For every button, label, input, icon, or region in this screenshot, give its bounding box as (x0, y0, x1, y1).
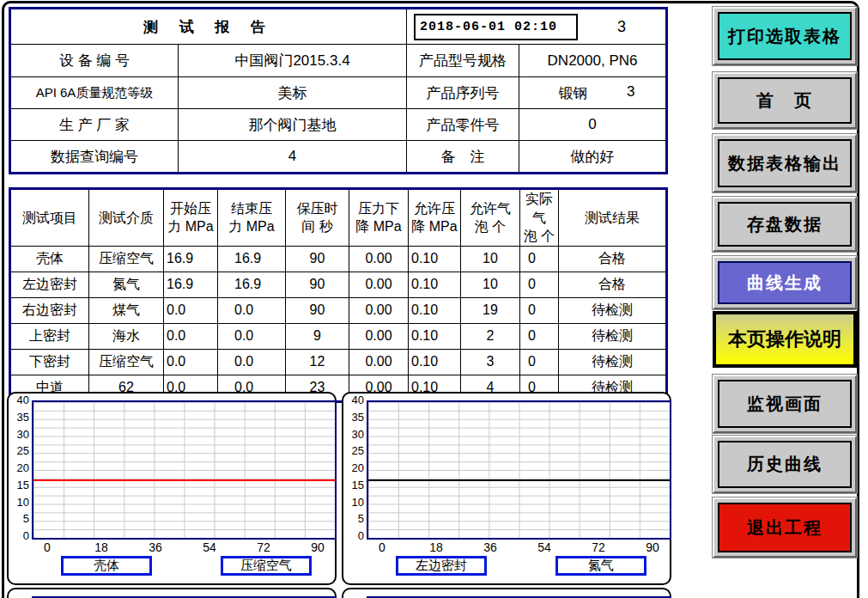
test-medium-tag[interactable]: 压缩空气 (221, 556, 312, 576)
info-row: 设 备 编 号中国阀门2015.3.4产品型号规格DN2000, PN6 (10, 45, 667, 77)
hmi-screen: 测 试 报 告 2018-06-01 02:10 3 设 备 编 号中国阀门20… (0, 0, 868, 598)
x-tick-label: 36 (476, 540, 505, 554)
test-table-cell: 0.0 (164, 297, 218, 323)
datetime-field[interactable]: 2018-06-01 02:10 (414, 14, 578, 40)
test-table-cell: 上密封 (10, 323, 89, 349)
info-label-cell: 生 产 厂 家 (10, 109, 179, 141)
test-table-cell: 0.00 (349, 323, 409, 349)
info-value-text: 锻钢 (519, 83, 627, 103)
y-tick-label: 35 (9, 412, 29, 424)
test-column-header: 测试介质 (89, 189, 164, 247)
test-table-cell: 合格 (559, 272, 667, 297)
test-table-cell: 90 (286, 246, 349, 272)
info-label-cell: API 6A质量规范等级 (10, 77, 179, 109)
info-pair-value: 锻钢3 (519, 83, 665, 103)
x-tick-label: 54 (195, 540, 224, 554)
test-table-cell: 90 (286, 297, 349, 323)
x-tick-label: 72 (249, 540, 278, 554)
info-value-cell: DN2000, PN6 (519, 45, 667, 77)
x-tick-label: 72 (584, 540, 613, 554)
test-table-cell: 0.00 (349, 349, 409, 375)
test-table-cell: 0.10 (409, 323, 461, 349)
test-item-tag[interactable]: 壳体 (61, 556, 152, 576)
print-select-table-button[interactable]: 打印选取表格 (713, 7, 857, 65)
info-value-cell: 4 (179, 141, 407, 174)
test-table-cell: 16.9 (218, 246, 286, 272)
test-table-cell: 合格 (559, 246, 667, 272)
test-table-cell: 壳体 (10, 246, 89, 272)
x-tick-label: 0 (33, 540, 62, 554)
test-table-cell: 压缩空气 (89, 349, 164, 375)
y-tick-label: 0 (9, 530, 29, 542)
test-table-cell: 9 (286, 323, 349, 349)
button-label: 数据表格输出 (718, 139, 852, 187)
y-tick-label: 20 (344, 462, 364, 474)
test-table-cell: 10 (461, 246, 520, 272)
test-table-cell: 0.00 (349, 246, 409, 272)
test-table-cell: 12 (286, 349, 349, 375)
test-table-cell: 90 (286, 272, 349, 297)
test-table-cell: 氮气 (89, 272, 164, 297)
test-item-tag[interactable]: 左边密封 (396, 556, 487, 576)
test-table-cell: 煤气 (89, 297, 164, 323)
monitor-screen-button[interactable]: 监视画面 (713, 375, 857, 433)
page-help-button[interactable]: 本页操作说明 (713, 311, 857, 368)
exit-project-button[interactable]: 退出工程 (713, 497, 857, 558)
info-label-cell: 设 备 编 号 (10, 45, 179, 77)
test-column-header: 实际气泡 个 (520, 189, 559, 247)
test-column-header: 测试结果 (559, 189, 667, 247)
test-table-cell: 0.00 (349, 297, 409, 323)
y-tick-label: 30 (344, 429, 364, 441)
x-tick-label: 0 (367, 540, 397, 554)
test-table-row: 下密封压缩空气0.00.0120.000.1030待检测 (10, 349, 667, 375)
test-table-cell: 0.0 (218, 297, 286, 323)
button-label: 曲线生成 (718, 261, 852, 304)
info-label-cell: 备 注 (407, 141, 519, 174)
plot-area (367, 400, 671, 540)
y-tick-label: 40 (344, 394, 364, 406)
test-column-header: 允许气泡 个 (461, 189, 520, 247)
test-column-header: 测试项目 (10, 189, 89, 247)
curve-generate-button[interactable]: 曲线生成 (713, 256, 857, 309)
test-table-cell: 左边密封 (10, 272, 89, 297)
test-table-cell: 0.00 (349, 272, 409, 297)
info-value-cell: 做的好 (519, 141, 667, 174)
y-tick-label: 20 (9, 462, 29, 474)
x-tick-label: 18 (87, 540, 116, 554)
report-datetime-cell: 2018-06-01 02:10 3 (407, 9, 667, 45)
x-tick-label: 36 (141, 540, 170, 554)
info-value-cell: 锻钢3 (519, 77, 667, 109)
trend-chart-partial-left (7, 588, 337, 598)
test-table-cell: 16.9 (218, 272, 286, 297)
test-table-cell: 0.0 (218, 349, 286, 375)
report-title: 测 试 报 告 (10, 9, 407, 45)
data-table-export-button[interactable]: 数据表格输出 (713, 134, 857, 192)
test-table-cell: 0 (520, 323, 559, 349)
info-row: API 6A质量规范等级美标产品序列号锻钢3 (10, 77, 667, 109)
info-value-cell: 美标 (179, 77, 407, 109)
trend-chart-left-seal: 左边密封 氮气 403530252015105001836547290 (342, 392, 671, 585)
trend-chart-partial-right (342, 588, 671, 598)
test-table-cell: 19 (461, 297, 520, 323)
history-curve-button[interactable]: 历史曲线 (713, 436, 857, 493)
info-label-cell: 产品型号规格 (407, 45, 519, 77)
info-row: 数据查询编号4备 注做的好 (10, 141, 667, 174)
button-label: 首 页 (718, 77, 852, 124)
test-table-cell: 0.0 (218, 323, 286, 349)
test-medium-tag[interactable]: 氮气 (555, 556, 646, 576)
test-table-cell: 待检测 (559, 349, 667, 375)
test-table-cell: 16.9 (164, 272, 218, 297)
button-label: 存盘数据 (718, 202, 852, 247)
home-button[interactable]: 首 页 (713, 72, 857, 129)
y-tick-label: 40 (9, 394, 29, 406)
report-info-table: 测 试 报 告 2018-06-01 02:10 3 设 备 编 号中国阀门20… (9, 7, 668, 174)
test-table-cell: 2 (461, 323, 520, 349)
pressure-trend-line (368, 479, 670, 481)
test-column-header: 开始压力 MPa (164, 189, 218, 247)
y-tick-label: 5 (9, 513, 29, 525)
test-table-cell: 0.10 (409, 272, 461, 297)
test-table-cell: 0 (520, 272, 559, 297)
y-tick-label: 15 (9, 479, 29, 491)
test-table-cell: 0.10 (409, 246, 461, 272)
save-data-button[interactable]: 存盘数据 (713, 197, 857, 252)
